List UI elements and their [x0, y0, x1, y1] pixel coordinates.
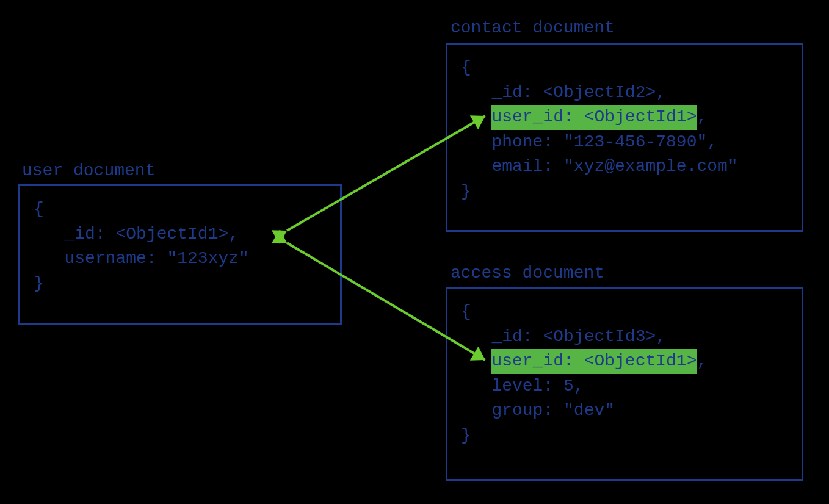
access-id-line: _id: <ObjectId3>, — [461, 325, 788, 350]
access-brace-close: } — [461, 423, 788, 448]
access-group-line: group: "dev" — [461, 398, 788, 423]
contact-brace-close: } — [461, 179, 788, 204]
access-userid-highlight: user_id: <ObjectId1> — [491, 349, 697, 374]
user-doc-title: user document — [22, 161, 155, 180]
contact-doc-box: { _id: <ObjectId2>, user_id: <ObjectId1>… — [446, 43, 803, 232]
contact-email-line: email: "xyz@example.com" — [461, 154, 788, 179]
contact-userid-line: user_id: <ObjectId1>, — [461, 105, 788, 130]
user-username-line: username: "123xyz" — [34, 247, 327, 272]
user-brace-close: } — [34, 272, 327, 297]
access-doc-title: access document — [451, 264, 604, 283]
contact-brace-open: { — [461, 56, 788, 81]
access-brace-open: { — [461, 300, 788, 325]
contact-userid-highlight: user_id: <ObjectId1> — [491, 105, 697, 130]
contact-phone-line: phone: "123-456-7890", — [461, 130, 788, 155]
access-doc-box: { _id: <ObjectId3>, user_id: <ObjectId1>… — [446, 287, 803, 481]
user-doc-box: { _id: <ObjectId1>, username: "123xyz" } — [18, 184, 342, 325]
user-brace-open: { — [34, 197, 327, 222]
access-userid-line: user_id: <ObjectId1>, — [461, 349, 788, 374]
user-id-line: _id: <ObjectId1>, — [34, 222, 327, 247]
contact-doc-title: contact document — [451, 18, 615, 37]
contact-id-line: _id: <ObjectId2>, — [461, 81, 788, 106]
access-level-line: level: 5, — [461, 374, 788, 399]
